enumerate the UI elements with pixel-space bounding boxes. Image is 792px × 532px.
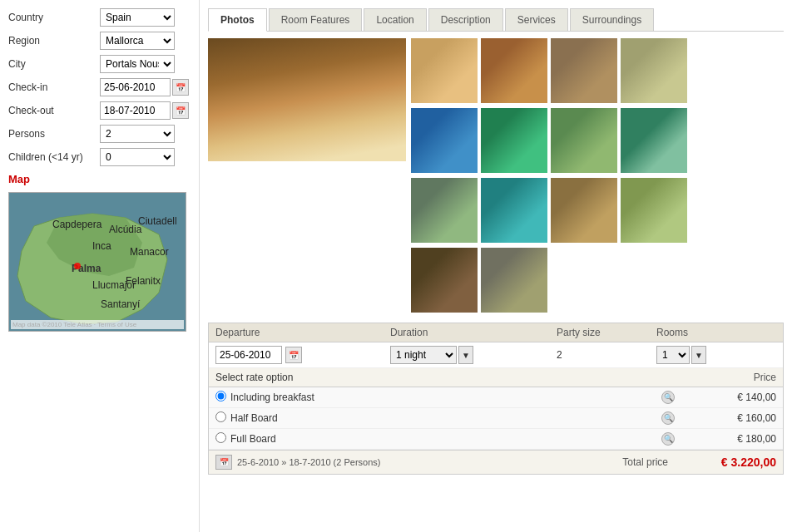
booking-duration-cell: 1 night ▼ — [390, 346, 557, 364]
rooms-header: Rooms — [656, 327, 776, 338]
booking-header: Departure Duration Party size Rooms — [209, 323, 783, 342]
booking-duration-select[interactable]: 1 night — [390, 346, 457, 364]
svg-text:Felanitx: Felanitx — [126, 275, 161, 287]
persons-row: Persons 2 — [8, 125, 191, 143]
total-price-label: Total price — [568, 456, 668, 468]
svg-text:Alcúdia: Alcúdia — [109, 224, 142, 235]
rate-name-breakfast: Including breakfast — [230, 392, 660, 403]
rate-name-fullboard: Full Board — [230, 433, 660, 445]
thumb-11[interactable] — [551, 178, 617, 243]
thumbnail-grid — [411, 38, 687, 314]
tab-surroundings[interactable]: Surroundings — [570, 8, 654, 31]
thumb-10[interactable] — [481, 178, 547, 243]
thumb-7[interactable] — [551, 108, 617, 173]
tab-location[interactable]: Location — [364, 8, 426, 31]
rate-info-halfboard[interactable]: 🔍 — [660, 411, 676, 425]
svg-text:Ciutadell: Ciutadell — [138, 215, 177, 227]
tab-room-features[interactable]: Room Features — [269, 8, 363, 31]
region-row: Region Mallorca — [8, 32, 191, 50]
map-credit: Map data ©2010 Tele Atlas · Terms of Use — [11, 320, 184, 329]
thumb-1[interactable] — [411, 38, 478, 103]
rate-header-row: Select rate option Price — [209, 368, 783, 387]
main-content: Photos Room Features Location Descriptio… — [200, 0, 792, 532]
city-label: City — [8, 58, 100, 70]
fullboard-info-icon[interactable]: 🔍 — [661, 432, 675, 446]
main-photo-image — [208, 38, 406, 161]
checkin-calendar-icon[interactable]: 📅 — [172, 79, 189, 96]
select-rate-label: Select rate option — [215, 372, 676, 383]
rate-row-breakfast: Including breakfast 🔍 € 140,00 — [209, 387, 783, 408]
checkin-label: Check-in — [8, 81, 100, 93]
booking-date-cell: 25-06-2010 📅 — [215, 346, 390, 364]
rate-name-halfboard: Half Board — [230, 412, 660, 424]
persons-select[interactable]: 2 — [100, 125, 175, 143]
tab-description[interactable]: Description — [428, 8, 503, 31]
total-dates: 25-6-2010 » 18-7-2010 (2 Persons) — [237, 457, 568, 467]
breakfast-info-icon[interactable]: 🔍 — [661, 391, 675, 404]
thumb-12[interactable] — [621, 178, 687, 243]
booking-rooms-select[interactable]: 1 — [656, 346, 690, 364]
children-select[interactable]: 0 — [100, 148, 175, 166]
booking-calendar-icon[interactable]: 📅 — [285, 347, 302, 363]
tab-bar: Photos Room Features Location Descriptio… — [208, 8, 784, 32]
thumb-8[interactable] — [621, 108, 687, 173]
checkout-input-wrap: 18-07-2010 📅 — [100, 101, 191, 120]
rooms-dropdown-btn[interactable]: ▼ — [691, 346, 706, 364]
rate-price-fullboard: € 180,00 — [676, 433, 776, 445]
checkout-row: Check-out 18-07-2010 📅 — [8, 101, 191, 120]
map-link[interactable]: Map — [8, 173, 191, 185]
thumb-4[interactable] — [621, 38, 687, 103]
thumb-5[interactable] — [411, 108, 478, 173]
thumb-9[interactable] — [411, 178, 478, 243]
halfboard-info-icon[interactable]: 🔍 — [661, 411, 675, 425]
thumb-14[interactable] — [481, 248, 547, 313]
checkout-label: Check-out — [8, 105, 100, 116]
city-row: City Portals Nous — [8, 55, 191, 73]
persons-label: Persons — [8, 128, 100, 140]
tab-services[interactable]: Services — [505, 8, 568, 31]
duration-dropdown-btn[interactable]: ▼ — [458, 346, 473, 364]
checkin-row: Check-in 25-06-2010 📅 — [8, 78, 191, 96]
svg-text:Capdepera: Capdepera — [52, 219, 102, 230]
checkin-input[interactable]: 25-06-2010 — [100, 78, 171, 96]
tab-photos[interactable]: Photos — [208, 8, 267, 32]
departure-header: Departure — [215, 327, 390, 338]
svg-point-4 — [74, 263, 81, 269]
country-select[interactable]: Spain — [100, 8, 175, 27]
thumb-13[interactable] — [411, 248, 478, 313]
checkout-calendar-icon[interactable]: 📅 — [172, 102, 189, 119]
party-header: Party size — [557, 327, 656, 338]
rate-row-halfboard: Half Board 🔍 € 160,00 — [209, 408, 783, 429]
main-photo[interactable] — [208, 38, 406, 161]
search-form: Country Spain Region Mallorca City — [8, 8, 191, 166]
thumb-6[interactable] — [481, 108, 547, 173]
thumb-2[interactable] — [481, 38, 547, 103]
city-select[interactable]: Portals Nous — [100, 55, 175, 73]
checkin-input-wrap: 25-06-2010 📅 — [100, 78, 191, 96]
svg-text:Inca: Inca — [92, 240, 111, 252]
persons-input-wrap: 2 — [100, 125, 191, 143]
checkout-input[interactable]: 18-07-2010 — [100, 101, 171, 120]
sidebar: Country Spain Region Mallorca City — [0, 0, 200, 532]
svg-text:Manacor: Manacor — [130, 246, 169, 258]
children-row: Children (<14 yr) 0 — [8, 148, 191, 166]
region-label: Region — [8, 35, 100, 47]
rate-radio-fullboard[interactable] — [215, 432, 230, 446]
rate-price-halfboard: € 160,00 — [676, 412, 776, 424]
rate-radio-halfboard[interactable] — [215, 411, 230, 425]
children-label: Children (<14 yr) — [8, 151, 100, 163]
booking-date-input[interactable]: 25-06-2010 — [215, 346, 282, 364]
total-price-value: € 3.220,00 — [668, 456, 776, 469]
booking-rooms-cell: 1 ▼ — [656, 346, 776, 364]
total-calendar-icon: 📅 — [215, 455, 232, 470]
rate-radio-breakfast[interactable] — [215, 391, 230, 404]
booking-data-row: 25-06-2010 📅 1 night ▼ 2 1 ▼ — [209, 342, 783, 368]
total-row: 📅 25-6-2010 » 18-7-2010 (2 Persons) Tota… — [209, 450, 783, 474]
rate-info-breakfast[interactable]: 🔍 — [660, 391, 676, 404]
map-svg: Palma Inca Alcúdia Ciutadell Manacor Llu… — [9, 193, 186, 332]
country-label: Country — [8, 12, 100, 23]
thumb-3[interactable] — [551, 38, 617, 103]
country-input-wrap: Spain — [100, 8, 191, 27]
region-select[interactable]: Mallorca — [100, 32, 175, 50]
rate-info-fullboard[interactable]: 🔍 — [660, 432, 676, 446]
